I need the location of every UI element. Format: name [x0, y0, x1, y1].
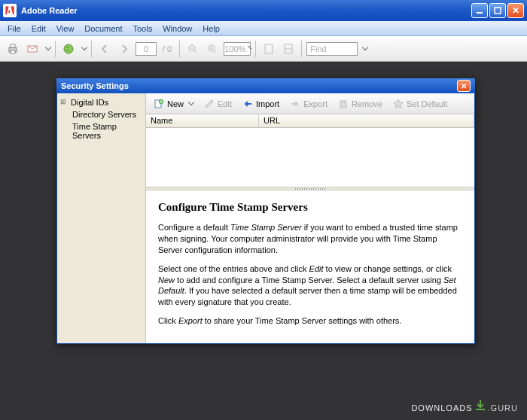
dialog-close-button[interactable]: ✕	[457, 80, 471, 92]
tree-digital-ids[interactable]: Digital IDs	[59, 96, 144, 108]
zoom-out-icon[interactable]	[184, 41, 201, 57]
dialog-title: Security Settings	[61, 81, 457, 90]
dropdown-icon[interactable]	[248, 46, 251, 50]
settings-tree: Digital IDs Directory Servers Time Stamp…	[59, 96, 144, 142]
maximize-button[interactable]	[489, 3, 506, 18]
menu-file[interactable]: File	[3, 23, 26, 35]
titlebar[interactable]: Adobe Reader ✕	[0, 0, 527, 21]
remove-button[interactable]: Remove	[334, 97, 387, 111]
column-name[interactable]: Name	[146, 114, 259, 127]
svg-rect-19	[340, 102, 346, 108]
svg-point-6	[64, 44, 73, 53]
menu-help[interactable]: Help	[198, 23, 224, 35]
dropdown-icon[interactable]	[362, 44, 368, 50]
separator	[301, 41, 302, 57]
dropdown-icon[interactable]	[81, 44, 87, 50]
watermark: DOWNLOADS.GURU	[411, 396, 518, 415]
dialog-body: Digital IDs Directory Servers Time Stamp…	[56, 93, 475, 344]
close-button[interactable]: ✕	[507, 3, 524, 18]
export-button[interactable]: Export	[285, 97, 332, 111]
zoom-value: 100%	[224, 43, 245, 55]
app-logo-icon	[3, 4, 17, 17]
page-input[interactable]: 0	[136, 42, 157, 56]
help-p3: Click Export to share your Time Stamp Se…	[158, 315, 462, 327]
dialog-toolbar: New Edit Import Export Remove Set Defaul…	[146, 93, 474, 114]
menu-document[interactable]: Document	[80, 23, 126, 35]
tree-directory-servers[interactable]: Directory Servers	[59, 108, 144, 120]
new-button[interactable]: New	[149, 97, 198, 111]
fit-page-icon[interactable]	[260, 41, 277, 57]
app-title: Adobe Reader	[21, 6, 471, 15]
main-toolbar: 0 / 0 100% Find	[0, 36, 527, 62]
fit-width-icon[interactable]	[280, 41, 297, 57]
app-window: Adobe Reader ✕ File Edit View Document T…	[0, 0, 527, 420]
separator	[91, 41, 92, 57]
find-input[interactable]: Find	[306, 42, 358, 56]
server-list[interactable]	[146, 128, 474, 187]
tree-time-stamp-servers[interactable]: Time Stamp Servers	[59, 120, 144, 142]
separator	[55, 41, 56, 57]
dialog-titlebar[interactable]: Security Settings ✕	[56, 78, 475, 93]
svg-line-9	[194, 50, 196, 53]
separator	[179, 41, 180, 57]
next-page-icon[interactable]	[116, 41, 133, 57]
prev-page-icon[interactable]	[96, 41, 113, 57]
separator	[255, 41, 256, 57]
svg-rect-1	[495, 8, 501, 14]
zoom-input[interactable]: 100%	[224, 42, 251, 56]
print-icon[interactable]	[5, 41, 21, 57]
svg-line-13	[214, 50, 216, 53]
menu-view[interactable]: View	[52, 23, 79, 35]
set-default-button[interactable]: Set Default	[388, 97, 452, 111]
menu-edit[interactable]: Edit	[27, 23, 50, 35]
find-placeholder: Find	[310, 44, 326, 53]
dialog-content: New Edit Import Export Remove Set Defaul…	[146, 93, 474, 343]
help-heading: Configure Time Stamp Servers	[158, 199, 462, 215]
list-header: Name URL	[146, 114, 474, 128]
page-total: / 0	[163, 44, 172, 53]
svg-rect-14	[265, 44, 273, 53]
window-buttons: ✕	[471, 3, 524, 18]
dropdown-icon[interactable]	[188, 99, 194, 105]
menu-window[interactable]: Window	[158, 23, 196, 35]
help-p2: Select one of the entries above and clic…	[158, 263, 462, 308]
help-p1: Configure a default Time Stamp Server if…	[158, 222, 462, 256]
svg-rect-4	[11, 50, 15, 53]
svg-rect-3	[11, 44, 15, 47]
zoom-in-icon[interactable]	[204, 41, 221, 57]
help-panel: Configure Time Stamp Servers Configure a…	[146, 190, 474, 343]
edit-button[interactable]: Edit	[200, 97, 236, 111]
column-url[interactable]: URL	[259, 114, 474, 127]
menubar: File Edit View Document Tools Window Hel…	[0, 21, 527, 36]
dialog-sidebar: Digital IDs Directory Servers Time Stamp…	[57, 93, 146, 343]
menu-tools[interactable]: Tools	[129, 23, 157, 35]
security-settings-dialog: Security Settings ✕ Digital IDs Director…	[56, 78, 475, 344]
import-button[interactable]: Import	[238, 97, 284, 111]
dropdown-icon[interactable]	[45, 44, 51, 50]
globe-icon[interactable]	[60, 41, 77, 57]
minimize-button[interactable]	[471, 3, 488, 18]
email-icon[interactable]	[24, 41, 41, 57]
svg-rect-0	[477, 12, 483, 14]
